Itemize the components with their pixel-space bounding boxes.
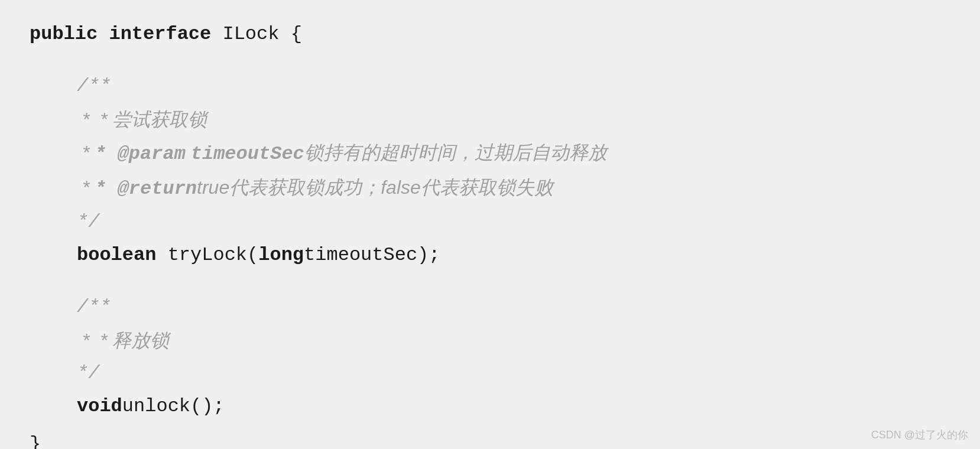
comment-param-tag: * @param bbox=[95, 138, 186, 171]
comment-param-name: timeoutSec bbox=[191, 138, 304, 171]
keyword-public: public bbox=[30, 18, 98, 51]
method-unlock-rest: unlock(); bbox=[122, 390, 225, 423]
code-block: public interface ILock { /** * * 尝试获取锁 *… bbox=[0, 0, 980, 449]
comment-block-1-line3: * * @return true代表获取锁成功；false代表获取锁失败 bbox=[30, 171, 950, 206]
comment-open-2: /** bbox=[77, 291, 111, 324]
method-trylock-line: boolean tryLock( long timeoutSec); bbox=[30, 239, 950, 272]
comment-star-4: * bbox=[77, 324, 100, 357]
closing-brace: } bbox=[30, 428, 41, 449]
keyword-void: void bbox=[77, 390, 122, 423]
comment-block-1-start: /** bbox=[30, 70, 950, 103]
comment-desc-2: * 释放锁 bbox=[100, 324, 169, 357]
comment-close-2: */ bbox=[77, 357, 99, 390]
comment-open-1: /** bbox=[77, 70, 111, 103]
watermark-text: CSDN @过了火的你 bbox=[871, 428, 968, 442]
method-trylock-name: tryLock( bbox=[156, 239, 258, 272]
comment-block-2-start: /** bbox=[30, 291, 950, 324]
comment-return-desc: true代表获取锁成功；false代表获取锁失败 bbox=[197, 171, 553, 204]
comment-block-2-line1: * * 释放锁 bbox=[30, 324, 950, 357]
blank-line-1 bbox=[30, 51, 950, 70]
comment-return-tag: * @return bbox=[95, 173, 197, 206]
keyword-boolean: boolean bbox=[77, 239, 156, 272]
comment-star-3: * bbox=[77, 171, 95, 204]
blank-line-2 bbox=[30, 272, 950, 291]
comment-text-1: * bbox=[77, 103, 100, 136]
comment-param-desc: 锁持有的超时时间，过期后自动释放 bbox=[304, 136, 607, 169]
closing-brace-line: } bbox=[30, 428, 950, 449]
class-name: ILock { bbox=[211, 18, 302, 51]
comment-star-2: * bbox=[77, 136, 95, 169]
comment-space-2 bbox=[186, 136, 191, 169]
comment-desc-1: * 尝试获取锁 bbox=[100, 103, 207, 136]
code-line-1: public interface ILock { bbox=[30, 18, 950, 51]
method-unlock-line: void unlock(); bbox=[30, 390, 950, 423]
keyword-interface: interface bbox=[109, 18, 211, 51]
comment-block-2-end: */ bbox=[30, 357, 950, 390]
comment-close-1: */ bbox=[77, 206, 99, 239]
comment-block-1-line1: * * 尝试获取锁 bbox=[30, 103, 950, 136]
method-trylock-param: timeoutSec); bbox=[304, 239, 440, 272]
comment-block-1-line2: * * @param timeoutSec 锁持有的超时时间，过期后自动释放 bbox=[30, 136, 950, 171]
comment-block-1-end: */ bbox=[30, 206, 950, 239]
keyword-long: long bbox=[258, 239, 304, 272]
